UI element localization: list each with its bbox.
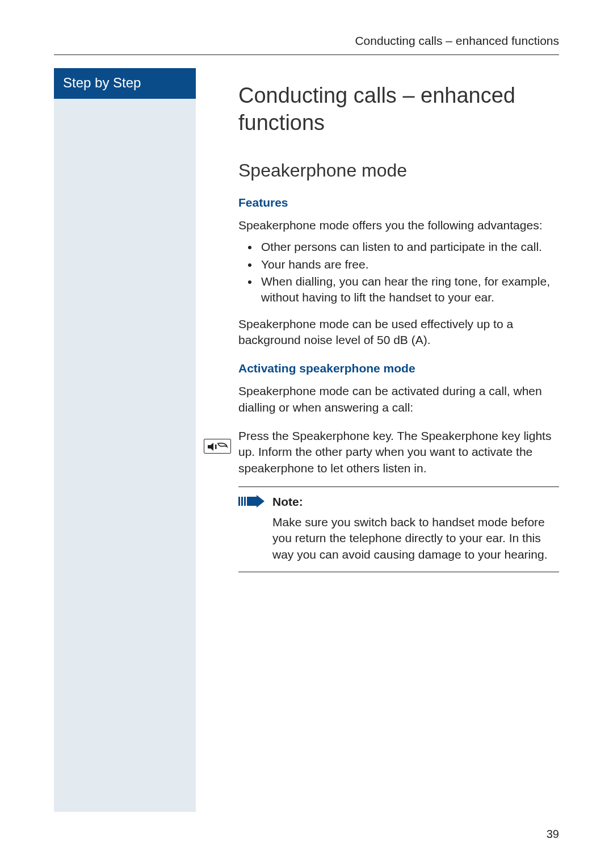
svg-rect-0	[215, 445, 217, 449]
running-header: Conducting calls – enhanced functions	[355, 34, 559, 48]
step-sidebar: Step by Step	[54, 68, 196, 812]
note-block: Note: Make sure you switch back to hands…	[238, 487, 559, 572]
noise-paragraph: Speakerphone mode can be used effectivel…	[238, 316, 559, 349]
main-content: Conducting calls – enhanced functions Sp…	[238, 82, 559, 572]
section-subtitle: Speakerphone mode	[238, 160, 559, 181]
activating-heading: Activating speakerphone mode	[238, 362, 559, 375]
header-divider	[54, 54, 559, 55]
features-intro: Speakerphone mode offers you the followi…	[238, 217, 559, 233]
note-arrow-icon	[238, 495, 264, 508]
svg-rect-1	[238, 497, 240, 506]
note-label: Note:	[272, 495, 303, 509]
note-body: Make sure you switch back to handset mod…	[272, 514, 559, 563]
features-heading: Features	[238, 196, 559, 209]
list-item: Your hands are free.	[259, 257, 559, 272]
page-number: 39	[547, 828, 559, 841]
page-title: Conducting calls – enhanced functions	[238, 82, 559, 136]
svg-rect-2	[241, 497, 243, 506]
list-item: When dialling, you can hear the ring ton…	[259, 274, 559, 306]
list-item: Other persons can listen to and particip…	[259, 239, 559, 255]
activating-step: Press the Speakerphone key. The Speakerp…	[238, 428, 559, 476]
document-page: Conducting calls – enhanced functions St…	[0, 0, 613, 868]
speakerphone-key-icon	[201, 439, 233, 454]
sidebar-title: Step by Step	[54, 68, 196, 99]
activating-intro: Speakerphone mode can be activated durin…	[238, 383, 559, 416]
features-bullet-list: Other persons can listen to and particip…	[238, 239, 559, 305]
svg-rect-3	[244, 497, 246, 506]
